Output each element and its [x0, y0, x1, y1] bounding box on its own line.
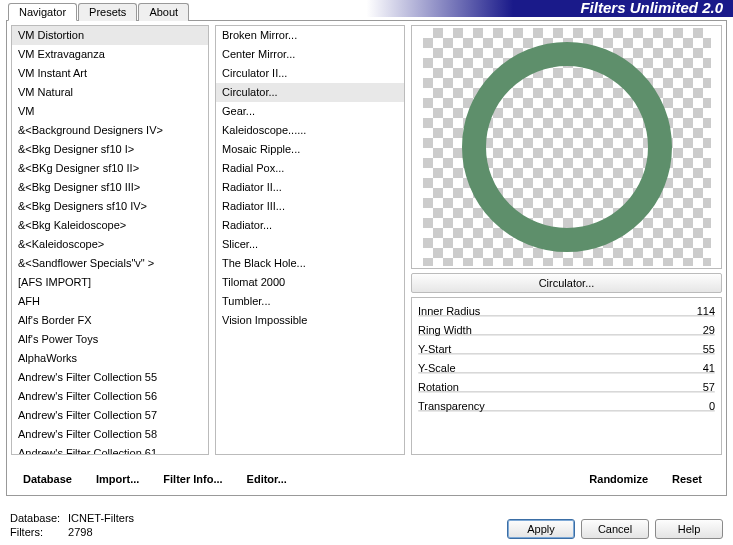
list-item[interactable]: &<Kaleidoscope>: [12, 235, 208, 254]
tab-about[interactable]: About: [138, 3, 189, 21]
parameters-panel: Inner Radius114Ring Width29Y-Start55Y-Sc…: [411, 297, 722, 455]
list-item[interactable]: &<Bkg Designer sf10 III>: [12, 178, 208, 197]
list-item[interactable]: Andrew's Filter Collection 58: [12, 425, 208, 444]
list-item[interactable]: &<Bkg Designer sf10 I>: [12, 140, 208, 159]
list-item[interactable]: &<Sandflower Specials"v" >: [12, 254, 208, 273]
footer-info: Database: ICNET-Filters Filters: 2798: [10, 511, 134, 539]
list-item[interactable]: VM Distortion: [12, 26, 208, 45]
list-item[interactable]: Andrew's Filter Collection 57: [12, 406, 208, 425]
param-label: Ring Width: [418, 324, 472, 336]
main-panel: VM DistortionVM ExtravaganzaVM Instant A…: [6, 20, 727, 496]
list-item[interactable]: Broken Mirror...: [216, 26, 404, 45]
list-item[interactable]: Radiator III...: [216, 197, 404, 216]
import-button[interactable]: Import...: [88, 469, 147, 489]
randomize-button[interactable]: Randomize: [581, 469, 656, 489]
cancel-button[interactable]: Cancel: [581, 519, 649, 539]
list-item[interactable]: Radial Pox...: [216, 159, 404, 178]
param-row[interactable]: Inner Radius114: [418, 302, 715, 319]
param-value: 114: [697, 305, 715, 317]
list-item[interactable]: Andrew's Filter Collection 61: [12, 444, 208, 454]
list-item[interactable]: &<Bkg Designers sf10 IV>: [12, 197, 208, 216]
list-item[interactable]: Mosaic Ripple...: [216, 140, 404, 159]
list-item[interactable]: Circulator II...: [216, 64, 404, 83]
footer-database-label: Database:: [10, 511, 65, 525]
param-row[interactable]: Y-Scale41: [418, 359, 715, 376]
category-list[interactable]: VM DistortionVM ExtravaganzaVM Instant A…: [12, 26, 208, 454]
footer-filters-label: Filters:: [10, 525, 65, 539]
list-item[interactable]: VM Natural: [12, 83, 208, 102]
param-label: Y-Scale: [418, 362, 456, 374]
list-item[interactable]: [AFS IMPORT]: [12, 273, 208, 292]
list-item[interactable]: Tumbler...: [216, 292, 404, 311]
slider-track[interactable]: [418, 391, 715, 393]
filter-panel: Broken Mirror...Center Mirror...Circulat…: [215, 25, 405, 455]
reset-button[interactable]: Reset: [664, 469, 710, 489]
apply-button[interactable]: Apply: [507, 519, 575, 539]
slider-track[interactable]: [418, 372, 715, 374]
param-value: 41: [703, 362, 715, 374]
list-item[interactable]: Andrew's Filter Collection 56: [12, 387, 208, 406]
param-row[interactable]: Rotation57: [418, 378, 715, 395]
list-item[interactable]: AlphaWorks: [12, 349, 208, 368]
param-label: Inner Radius: [418, 305, 480, 317]
help-button[interactable]: Help: [655, 519, 723, 539]
list-item[interactable]: Slicer...: [216, 235, 404, 254]
list-item[interactable]: AFH: [12, 292, 208, 311]
filter-list[interactable]: Broken Mirror...Center Mirror...Circulat…: [216, 26, 404, 454]
category-panel: VM DistortionVM ExtravaganzaVM Instant A…: [11, 25, 209, 455]
preview-panel: Circulator... Inner Radius114Ring Width2…: [411, 25, 722, 455]
list-item[interactable]: &<Background Designers IV>: [12, 121, 208, 140]
tab-navigator[interactable]: Navigator: [8, 3, 77, 21]
list-item[interactable]: Gear...: [216, 102, 404, 121]
preview-canvas: [423, 28, 711, 266]
list-item[interactable]: Andrew's Filter Collection 55: [12, 368, 208, 387]
list-item[interactable]: &<Bkg Kaleidoscope>: [12, 216, 208, 235]
list-item[interactable]: Tilomat 2000: [216, 273, 404, 292]
list-item[interactable]: VM: [12, 102, 208, 121]
list-item[interactable]: Radiator II...: [216, 178, 404, 197]
footer-filters-value: 2798: [68, 526, 92, 538]
list-item[interactable]: Alf's Power Toys: [12, 330, 208, 349]
param-label: Transparency: [418, 400, 485, 412]
param-label: Rotation: [418, 381, 459, 393]
selected-filter-name: Circulator...: [411, 273, 722, 293]
list-item[interactable]: Vision Impossible: [216, 311, 404, 330]
database-button[interactable]: Database: [15, 469, 80, 489]
list-item[interactable]: VM Instant Art: [12, 64, 208, 83]
editor-button[interactable]: Editor...: [239, 469, 295, 489]
param-label: Y-Start: [418, 343, 451, 355]
tab-presets[interactable]: Presets: [78, 3, 137, 21]
tab-bar: Navigator Presets About: [8, 2, 733, 20]
filter-info-button[interactable]: Filter Info...: [155, 469, 230, 489]
bottom-link-bar: Database Import... Filter Info... Editor…: [15, 469, 718, 489]
list-item[interactable]: VM Extravaganza: [12, 45, 208, 64]
list-item[interactable]: Alf's Border FX: [12, 311, 208, 330]
list-item[interactable]: &<BKg Designer sf10 II>: [12, 159, 208, 178]
list-item[interactable]: Center Mirror...: [216, 45, 404, 64]
footer-buttons: Apply Cancel Help: [507, 519, 723, 539]
param-value: 55: [703, 343, 715, 355]
list-item[interactable]: Radiator...: [216, 216, 404, 235]
param-value: 0: [709, 400, 715, 412]
param-row[interactable]: Y-Start55: [418, 340, 715, 357]
slider-track[interactable]: [418, 353, 715, 355]
footer: Database: ICNET-Filters Filters: 2798 Ap…: [10, 511, 723, 539]
list-item[interactable]: Circulator...: [216, 83, 404, 102]
param-row[interactable]: Transparency0: [418, 397, 715, 414]
list-item[interactable]: Kaleidoscope......: [216, 121, 404, 140]
footer-database-value: ICNET-Filters: [68, 512, 134, 524]
list-item[interactable]: The Black Hole...: [216, 254, 404, 273]
param-value: 57: [703, 381, 715, 393]
param-value: 29: [703, 324, 715, 336]
ring-icon: [462, 42, 672, 252]
preview-frame: [411, 25, 722, 269]
param-row[interactable]: Ring Width29: [418, 321, 715, 338]
